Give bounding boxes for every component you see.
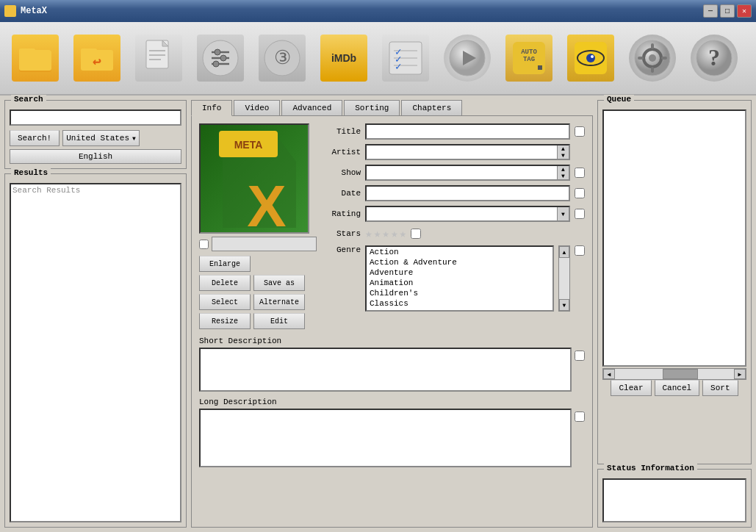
genre-scroll-track	[559, 258, 569, 299]
svg-rect-2	[19, 50, 51, 71]
artwork-checkbox-row	[199, 237, 317, 251]
country-dropdown[interactable]: United States ▼	[62, 130, 140, 146]
genre-animation[interactable]: Animation	[367, 278, 552, 288]
short-desc-checkbox[interactable]	[575, 351, 585, 361]
long-desc-input[interactable]	[199, 409, 572, 467]
forward-button[interactable]: ↩	[69, 29, 125, 87]
artist-combo[interactable]: ▲▼	[365, 144, 570, 160]
queue-scrollbar-h[interactable]: ◀ ▶	[602, 368, 746, 380]
alternate-button[interactable]: Alternate	[253, 294, 305, 310]
svg-rect-42	[638, 57, 644, 60]
queue-scroll-left[interactable]: ◀	[603, 369, 615, 379]
search-button[interactable]: Search!	[10, 130, 60, 146]
help-button[interactable]: ?	[686, 29, 742, 87]
date-row: Date	[324, 185, 585, 201]
star-4[interactable]: ★	[391, 226, 398, 241]
genre-label: Genre	[324, 245, 361, 254]
genre-action[interactable]: Action	[367, 247, 552, 257]
artwork-checkbox[interactable]	[199, 240, 209, 249]
date-input[interactable]	[365, 185, 570, 201]
delete-button[interactable]: Delete	[199, 275, 251, 291]
language-button[interactable]: English	[10, 149, 181, 164]
stars-display[interactable]: ★ ★ ★ ★ ★	[365, 226, 406, 241]
tab-chapters[interactable]: Chapters	[401, 100, 462, 116]
genre-classics[interactable]: Classics	[367, 298, 552, 309]
edit-button[interactable]: Edit	[253, 313, 305, 329]
checklist-button[interactable]: ✓ ✓ ✓	[378, 29, 433, 87]
queue-scroll-track	[615, 369, 734, 379]
select-button[interactable]: Select	[199, 294, 251, 310]
svg-text:③: ③	[274, 48, 291, 70]
open-folder-button[interactable]	[7, 29, 63, 87]
tab-advanced[interactable]: Advanced	[281, 100, 342, 116]
short-desc-input[interactable]	[199, 348, 572, 392]
rating-checkbox[interactable]	[575, 209, 585, 219]
artist-combo-arrow[interactable]: ▲▼	[557, 145, 569, 159]
star-3[interactable]: ★	[382, 226, 389, 241]
enlarge-button[interactable]: Enlarge	[199, 256, 251, 272]
search-input[interactable]	[10, 109, 181, 126]
artwork-image: META X	[199, 123, 309, 234]
genre-action-adventure[interactable]: Action & Adventure	[367, 257, 552, 267]
star-5[interactable]: ★	[400, 226, 407, 241]
show-combo-arrow[interactable]: ▲▼	[557, 166, 569, 179]
show-combo[interactable]: ▲▼	[365, 165, 570, 181]
title-bar: MetaX ─ □ ✕	[0, 0, 756, 22]
queue-scroll-right[interactable]: ▶	[734, 369, 746, 379]
fields-area: Title Artist ▲▼	[324, 123, 585, 329]
tab-info[interactable]: Info	[191, 100, 232, 116]
title-input[interactable]	[365, 123, 570, 140]
minimize-button[interactable]: ─	[703, 4, 718, 18]
rating-combo[interactable]: ▼	[365, 206, 570, 222]
open-folder-icon	[12, 35, 59, 82]
play-button[interactable]	[439, 29, 495, 87]
main-content: Search Search! United States ▼ English R…	[0, 96, 756, 532]
artist-row: Artist ▲▼	[324, 144, 585, 160]
results-list[interactable]: Search Results	[10, 183, 181, 522]
sliders-button[interactable]	[192, 29, 248, 87]
document-icon	[135, 35, 182, 82]
short-desc-row	[199, 348, 585, 392]
window-title: MetaX	[21, 6, 47, 16]
close-button[interactable]: ✕	[737, 4, 752, 18]
genre-row: Genre Action Action & Adventure Adventur…	[324, 245, 585, 312]
cancel-button[interactable]: Cancel	[655, 380, 700, 396]
forward-icon: ↩	[73, 35, 120, 82]
eye-button[interactable]	[563, 29, 619, 87]
svg-text:↩: ↩	[93, 54, 101, 71]
document-button[interactable]	[131, 29, 187, 87]
stars-checkbox[interactable]	[411, 229, 421, 239]
clear-button[interactable]: Clear	[611, 380, 651, 396]
sort-button[interactable]: Sort	[702, 380, 738, 396]
film-button[interactable]: ③	[254, 29, 310, 87]
maximize-button[interactable]: □	[720, 4, 735, 18]
genre-checkbox[interactable]	[575, 245, 585, 256]
resize-button[interactable]: Resize	[199, 313, 251, 329]
genre-scroll-up[interactable]: ▲	[559, 246, 569, 258]
long-desc-section: Long Description	[199, 398, 585, 467]
genre-scroll-down[interactable]: ▼	[559, 299, 569, 311]
genre-scrollbar[interactable]: ▲ ▼	[558, 245, 570, 312]
star-1[interactable]: ★	[365, 226, 372, 241]
rating-row: Rating ▼	[324, 206, 585, 222]
status-group: Status Information	[597, 469, 752, 528]
genre-comedy[interactable]: Comedy	[367, 309, 552, 312]
tab-video[interactable]: Video	[234, 100, 280, 116]
show-checkbox[interactable]	[575, 168, 585, 178]
star-2[interactable]: ★	[374, 226, 381, 241]
title-checkbox[interactable]	[575, 126, 585, 137]
autotag-button[interactable]: AUTO TAG	[501, 29, 557, 87]
genre-list[interactable]: Action Action & Adventure Adventure Anim…	[365, 245, 554, 312]
genre-adventure[interactable]: Adventure	[367, 267, 552, 278]
long-desc-checkbox[interactable]	[575, 411, 585, 422]
date-checkbox[interactable]	[575, 188, 585, 198]
autotag-icon: AUTO TAG	[505, 35, 552, 82]
genre-childrens[interactable]: Children's	[367, 288, 552, 298]
imdb-button[interactable]: iMDb	[316, 29, 372, 87]
tab-sorting[interactable]: Sorting	[344, 100, 400, 116]
save-as-button[interactable]: Save as	[253, 275, 305, 291]
rating-combo-arrow[interactable]: ▼	[557, 207, 569, 220]
title-bar-controls[interactable]: ─ □ ✕	[703, 4, 752, 18]
gear-button[interactable]	[624, 29, 680, 87]
status-content	[602, 478, 746, 522]
